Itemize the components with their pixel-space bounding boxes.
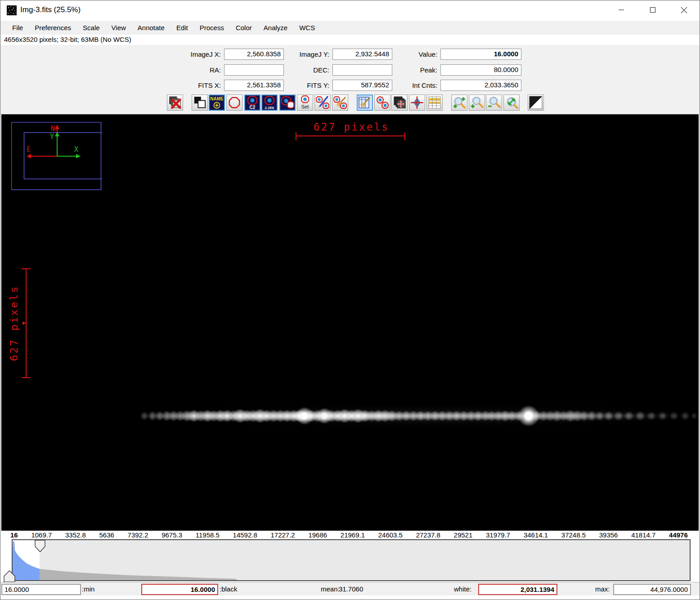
aperture-c2-button[interactable]: C2	[244, 95, 260, 111]
title-bar: Img-3.fits (25.5%)	[0, 0, 700, 21]
peak-field[interactable]: 80.0000	[440, 64, 521, 76]
centroid-button[interactable]	[409, 95, 425, 111]
menu-item-preferences[interactable]: Preferences	[29, 22, 77, 33]
spectrum-blob	[658, 411, 667, 420]
histogram-plot	[13, 540, 690, 580]
clear-overlay-button[interactable]	[357, 95, 373, 111]
compass-x-label: X	[74, 145, 78, 153]
zoom-in-fast-button[interactable]	[451, 95, 467, 111]
aperture-set-button[interactable]: Set	[297, 95, 313, 111]
multi-aperture-icon	[375, 95, 390, 110]
invert-lut-button[interactable]	[528, 95, 544, 111]
zoom-in-button[interactable]	[469, 95, 485, 111]
hist-tick: 29521	[454, 531, 473, 539]
close-icon	[681, 7, 687, 14]
white-level-slider[interactable]	[35, 540, 45, 552]
menu-item-file[interactable]: File	[6, 22, 29, 33]
aperture-overlay-icon	[280, 95, 295, 110]
black-field[interactable]: 16.0000	[141, 584, 218, 595]
aperture-c2-icon: C2	[245, 95, 260, 110]
image-info-line: 4656x3520 pixels; 32-bit; 63MB (No WCS)	[0, 35, 700, 45]
black-level-slider[interactable]	[4, 570, 15, 582]
hist-tick: 9675.3	[162, 531, 182, 539]
hist-tick: 16	[10, 531, 18, 539]
hist-tick: 27237.8	[416, 531, 440, 539]
zoom-in-icon	[470, 95, 484, 110]
image-canvas[interactable]: N Y E X 627 pixels 627 pixels	[1, 114, 699, 531]
svg-text:2.2E6: 2.2E6	[265, 106, 274, 110]
menu-item-annotate[interactable]: Annotate	[132, 22, 171, 33]
peak-label: Peak:	[383, 64, 437, 76]
edit-apertures-button[interactable]	[314, 95, 331, 111]
int-cnts-field[interactable]: 2,033.3650	[440, 80, 521, 91]
zoom-in-fast-icon	[452, 95, 467, 110]
zoom-out-button[interactable]	[486, 95, 502, 111]
hist-tick: 24603.5	[378, 531, 403, 539]
horizontal-scale-annotation: 627 pixels	[293, 121, 410, 142]
v-scale-label: 627 pixels	[9, 285, 20, 361]
hist-tick: 31979.7	[486, 531, 510, 539]
h-scale-label: 627 pixels	[314, 121, 389, 133]
hist-tick: 44976	[669, 531, 688, 539]
value-label: Value:	[383, 49, 437, 60]
zoom-fit-icon	[504, 95, 519, 110]
hist-tick: 19686	[308, 531, 327, 539]
app-icon	[7, 5, 17, 15]
aperture-button[interactable]	[226, 95, 242, 111]
minimize-button[interactable]	[610, 0, 632, 19]
menu-item-view[interactable]: View	[106, 22, 132, 33]
hist-tick: 21969.1	[341, 531, 365, 539]
spectrum-blob	[669, 411, 678, 420]
aperture-22e6-button[interactable]: 2.2E6	[261, 95, 278, 111]
menu-item-analyze[interactable]: Analyze	[258, 22, 293, 33]
spectrum-blob	[691, 412, 698, 420]
window-title: Img-3.fits (25.5%)	[20, 5, 81, 14]
hist-tick: 37248.5	[561, 531, 586, 539]
brightness-contrast-button[interactable]	[192, 95, 208, 111]
centroid-crosshair-icon	[410, 95, 424, 110]
compass-n-label: N	[51, 125, 55, 133]
close-all-icon	[168, 96, 182, 109]
white-field[interactable]: 2,031.1394	[478, 584, 557, 595]
edit-apertures-pencil-icon	[315, 95, 330, 110]
minimize-icon	[618, 7, 624, 13]
aperture-set-icon: Set	[298, 95, 312, 110]
aperture-overlay-button[interactable]	[279, 95, 296, 111]
spectrum-blob	[614, 411, 624, 421]
svg-text:C2: C2	[250, 105, 256, 110]
hist-tick: 39356	[599, 531, 618, 539]
maximize-button[interactable]	[642, 0, 663, 19]
clear-overlay-broom-icon	[358, 95, 372, 110]
spectrum-blob	[595, 411, 605, 421]
menu-item-edit[interactable]: Edit	[171, 22, 194, 33]
menu-item-wcs[interactable]: WCS	[293, 22, 321, 33]
zoom-fit-button[interactable]	[503, 95, 520, 111]
value-field[interactable]: 16.0000	[440, 49, 521, 60]
clear-apertures-button[interactable]	[332, 95, 348, 111]
annotate-name-button[interactable]: NAME	[209, 95, 225, 111]
black-label: :black	[220, 585, 237, 593]
max-field[interactable]: 44,976.0000	[613, 584, 691, 595]
multi-aperture-button[interactable]	[374, 95, 390, 111]
annotate-name-icon: NAME	[210, 95, 224, 110]
min-field[interactable]: 16.0000	[1, 584, 81, 595]
align-stack-button[interactable]	[391, 95, 408, 111]
close-all-images-button[interactable]	[167, 95, 183, 111]
vertical-scale-annotation: 627 pixels	[9, 266, 33, 380]
status-bar: 16.0000 :min 16.0000 :black mean: 31.706…	[0, 582, 700, 595]
measurements-table-button[interactable]	[426, 95, 443, 111]
hist-tick: 14592.8	[233, 531, 257, 539]
align-stack-icon	[392, 95, 407, 110]
ra-label: RA:	[167, 64, 221, 76]
menu-item-process[interactable]: Process	[194, 22, 230, 33]
menu-item-scale[interactable]: Scale	[77, 22, 106, 33]
histogram-panel[interactable]	[12, 539, 691, 581]
mean-label: mean:	[321, 585, 340, 593]
table-icon	[427, 95, 442, 110]
window-bottom-edge	[0, 595, 700, 600]
close-button[interactable]	[673, 0, 695, 19]
menu-bar: FilePreferencesScaleViewAnnotateEditProc…	[0, 21, 700, 35]
spectrum-blob	[604, 411, 614, 421]
hist-tick: 5636	[99, 531, 114, 539]
menu-item-color[interactable]: Color	[230, 22, 258, 33]
